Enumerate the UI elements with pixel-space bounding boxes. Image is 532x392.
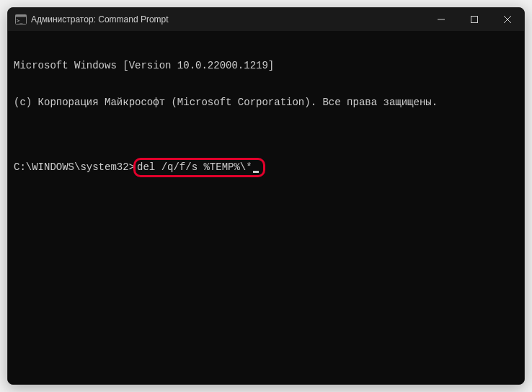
copyright-line: (c) Корпорация Майкрософт (Microsoft Cor…	[14, 97, 518, 109]
maximize-button[interactable]	[458, 8, 491, 31]
version-line: Microsoft Windows [Version 10.0.22000.12…	[14, 60, 518, 72]
close-button[interactable]	[491, 8, 524, 31]
titlebar[interactable]: >_ Администратор: Command Prompt	[8, 8, 524, 31]
svg-rect-4	[471, 17, 478, 23]
window-title: Администратор: Command Prompt	[31, 14, 425, 24]
command-highlight: del /q/f/s %TEMP%\*	[133, 158, 265, 177]
prompt-row: C:\WINDOWS\system32>del /q/f/s %TEMP%\*	[14, 158, 518, 177]
svg-rect-1	[16, 15, 27, 17]
terminal-area[interactable]: Microsoft Windows [Version 10.0.22000.12…	[8, 31, 524, 384]
typed-command: del /q/f/s %TEMP%\*	[137, 161, 252, 174]
svg-text:>_: >_	[17, 18, 23, 24]
cmd-icon: >_	[15, 14, 27, 25]
prompt-path: C:\WINDOWS\system32>	[14, 161, 135, 174]
minimize-button[interactable]	[425, 8, 458, 31]
text-cursor	[253, 171, 259, 173]
command-prompt-window: >_ Администратор: Command Prompt Microso…	[7, 7, 525, 385]
window-controls	[425, 8, 524, 31]
